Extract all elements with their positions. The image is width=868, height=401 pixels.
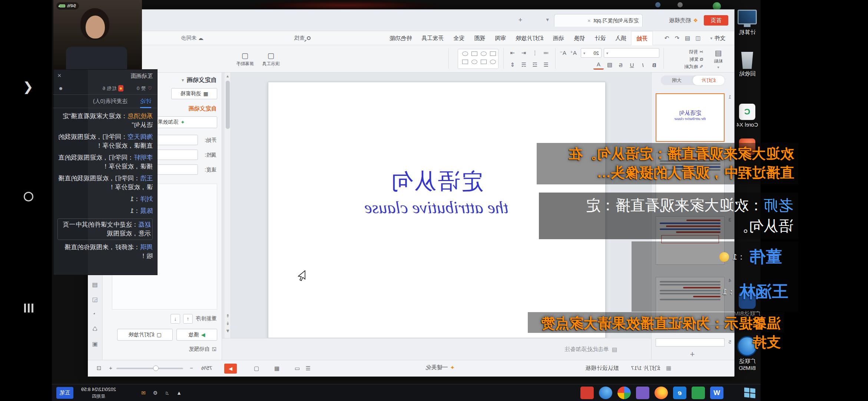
- zoom-slider-knob[interactable]: [153, 365, 159, 371]
- indent-icon[interactable]: ⇥: [507, 48, 518, 58]
- close-icon[interactable]: ×: [57, 72, 62, 80]
- tray-mail-icon[interactable]: ✉: [139, 388, 148, 397]
- scrollbar-thumb[interactable]: [226, 81, 230, 129]
- copy-button[interactable]: ⧉ 复制: [685, 56, 703, 63]
- slideshow-play-button[interactable]: ▶: [224, 364, 237, 374]
- tab-discussion[interactable]: 讨论: [140, 95, 151, 108]
- align-right-icon[interactable]: ☴: [519, 60, 529, 70]
- screen-assistant-button[interactable]: ▢ 屏幕助手: [233, 47, 257, 70]
- tab-review[interactable]: 审阅: [490, 31, 511, 45]
- font-color-icon[interactable]: A: [593, 60, 604, 70]
- pane-icon-5[interactable]: ▣: [90, 339, 99, 348]
- slide-thumbnail-1[interactable]: 定语从句 the attributive clause: [656, 93, 725, 142]
- save-icon[interactable]: ◫: [693, 34, 702, 43]
- ime-indicator[interactable]: 五笔: [56, 387, 73, 399]
- bold-button[interactable]: B: [649, 60, 659, 70]
- pane-icon-2[interactable]: ◱: [90, 295, 99, 304]
- desktop-icon-computer[interactable]: 计算机: [732, 10, 763, 36]
- tray-settings-icon[interactable]: ⚙: [151, 388, 160, 397]
- taskbar-app-2[interactable]: [692, 387, 705, 399]
- tab-design[interactable]: 设计: [590, 31, 610, 45]
- desktop-icon-recycle-bin[interactable]: 回收站: [732, 52, 763, 77]
- beautify-button[interactable]: ✦ 一键美化: [425, 364, 455, 371]
- chevron-down-icon[interactable]: ▾: [182, 78, 184, 83]
- strikethrough-button[interactable]: S: [616, 60, 626, 70]
- move-down-icon[interactable]: ↓: [170, 314, 180, 324]
- numbering-icon[interactable]: ⋮: [530, 48, 540, 58]
- taskbar-clock[interactable]: 2020/12/24 8:59 星期四: [76, 386, 121, 400]
- tab-list-icon[interactable]: ▾: [546, 16, 549, 23]
- format-painter-button[interactable]: ✎ 格式刷: [685, 63, 703, 70]
- taskbar-app-firefox[interactable]: [655, 387, 668, 399]
- tab-slides[interactable]: 幻灯片: [693, 76, 725, 85]
- taskbar-app-8[interactable]: [580, 387, 594, 399]
- tab-security[interactable]: 安全: [448, 31, 469, 45]
- decrease-font-icon[interactable]: A⁻: [558, 48, 568, 58]
- line-spacing-icon[interactable]: ⇕: [507, 60, 518, 70]
- next-slide-icon[interactable]: ↡: [225, 320, 231, 327]
- tab-slideshow[interactable]: 幻灯片放映: [511, 31, 548, 45]
- shading-icon[interactable]: ▨: [604, 60, 615, 70]
- find-button[interactable]: 查找: [294, 34, 311, 42]
- tray-expand-icon[interactable]: ▲: [175, 388, 183, 397]
- shapes-gallery[interactable]: [458, 49, 498, 69]
- selection-pane-button[interactable]: ▦ 选择窗格: [171, 88, 217, 99]
- print-icon[interactable]: ▤: [683, 34, 692, 43]
- docer-templates-tab[interactable]: ❖ 稻壳模板: [669, 15, 698, 26]
- sync-status[interactable]: ☁ 未同步: [181, 34, 204, 42]
- normal-view-icon[interactable]: ▭: [292, 364, 302, 373]
- align-left-icon[interactable]: ☰: [541, 60, 551, 70]
- tab-special[interactable]: 特色功能: [385, 31, 417, 45]
- zoom-in-icon[interactable]: +: [109, 365, 112, 371]
- menu-icon[interactable]: ☰: [303, 364, 313, 373]
- move-up-icon[interactable]: ↑: [183, 314, 193, 324]
- taskbar-app-7[interactable]: [599, 387, 612, 399]
- like-icon[interactable]: ♡: [148, 86, 152, 91]
- undo-icon[interactable]: ↶: [673, 34, 682, 43]
- presentation-tools-button[interactable]: ▢ 演示工具: [259, 47, 283, 70]
- scroll-down-icon[interactable]: ▼: [225, 327, 231, 335]
- taskbar-app-wps[interactable]: W: [710, 387, 723, 399]
- font-name-select[interactable]: ▾: [604, 48, 659, 58]
- tab-insert[interactable]: 插入: [610, 31, 631, 45]
- tab-outline[interactable]: 大纲: [661, 76, 693, 85]
- auto-preview-checkbox[interactable]: ☑ 自动预览: [189, 346, 216, 352]
- tab-view[interactable]: 视图: [469, 31, 490, 45]
- italic-button[interactable]: I: [638, 60, 648, 70]
- pane-icon-4[interactable]: ♺: [90, 324, 99, 333]
- fullscreen-icon[interactable]: ⊡: [96, 365, 101, 371]
- home-button[interactable]: 首页: [704, 15, 728, 26]
- outdent-icon[interactable]: ⇤: [519, 48, 529, 58]
- tab-animation[interactable]: 动画: [548, 31, 569, 45]
- bullets-icon[interactable]: ≔: [541, 48, 551, 58]
- collapse-chevron-icon[interactable]: ❮: [23, 79, 34, 94]
- align-center-icon[interactable]: ☲: [530, 60, 540, 70]
- taskbar-app-ie[interactable]: e: [673, 387, 686, 399]
- play-button[interactable]: ▶ 播放: [176, 329, 217, 341]
- zoom-out-icon[interactable]: −: [190, 365, 193, 371]
- record-ring-icon[interactable]: [24, 192, 33, 201]
- tab-transition[interactable]: 切换: [569, 31, 590, 45]
- tray-sound-icon[interactable]: ♫: [163, 388, 172, 397]
- desktop-small-icon-1[interactable]: [677, 2, 683, 7]
- slideshow-button[interactable]: ▢ 幻灯片放映: [117, 329, 173, 341]
- redo-icon[interactable]: ↷: [662, 34, 671, 43]
- close-tab-icon[interactable]: ×: [587, 17, 591, 24]
- paste-button[interactable]: ▤ 粘贴 ▾: [708, 47, 729, 70]
- tab-developer[interactable]: 开发工具: [417, 31, 448, 45]
- sorter-view-icon[interactable]: ▦: [272, 364, 282, 373]
- zoom-level[interactable]: 75%: [201, 365, 212, 371]
- pane-icon-3[interactable]: ◔: [90, 310, 99, 318]
- menu-bars-icon[interactable]: [24, 304, 33, 313]
- red-packet-icon[interactable]: [118, 85, 123, 91]
- scroll-up-icon[interactable]: ▲: [225, 74, 231, 78]
- document-tab[interactable]: 定语从句的复习.ppt ×: [554, 14, 643, 27]
- zoom-slider-track[interactable]: [116, 368, 183, 369]
- desktop-small-icon-2[interactable]: [655, 2, 660, 7]
- taskbar-app-chrome[interactable]: [617, 387, 631, 399]
- previous-slide-icon[interactable]: ↟: [225, 313, 231, 320]
- underline-button[interactable]: U: [627, 60, 637, 70]
- cut-button[interactable]: ✂ 剪切: [685, 48, 703, 56]
- pane-icon-1[interactable]: ▤: [90, 280, 99, 289]
- taskbar-app-5[interactable]: [636, 387, 649, 399]
